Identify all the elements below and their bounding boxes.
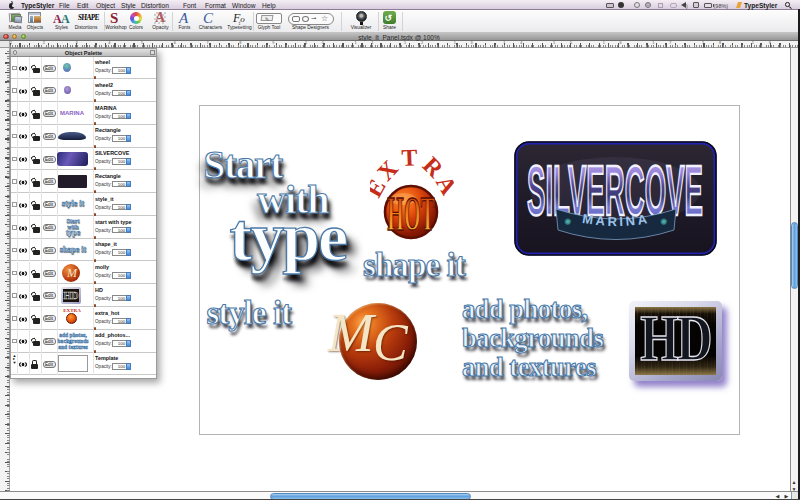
svg-text:✺: ✺ [564,217,572,227]
svg-text:✺: ✺ [660,217,668,227]
svg-text:HOT: HOT [387,188,434,241]
